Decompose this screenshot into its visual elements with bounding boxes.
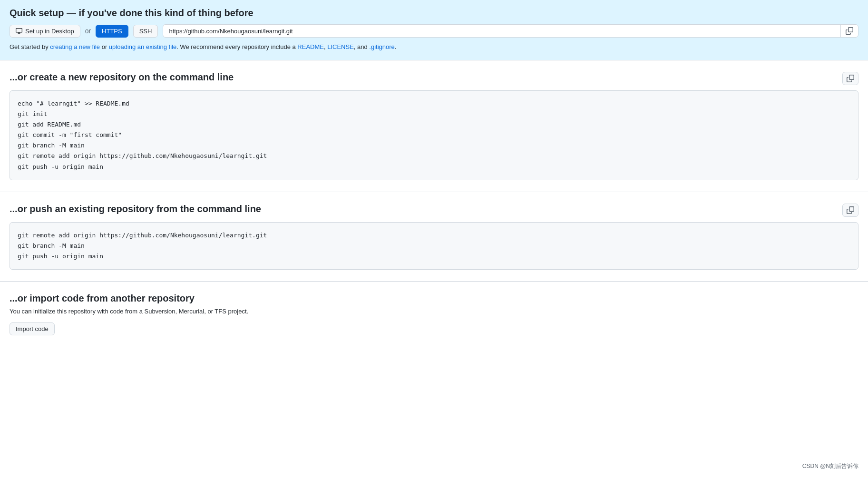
monitor-icon — [16, 28, 22, 34]
push-repo-title: ...or push an existing repository from t… — [10, 204, 858, 215]
create-code-text: echo "# learngit" >> README.md git init … — [18, 98, 850, 172]
copy-icon — [847, 75, 854, 82]
or-separator: or — [85, 27, 91, 35]
gitignore-link[interactable]: .gitignore — [369, 43, 394, 50]
ssh-button[interactable]: SSH — [133, 25, 158, 38]
create-repo-title: ...or create a new repository on the com… — [10, 72, 858, 83]
import-description: You can initialize this repository with … — [10, 308, 858, 315]
uploading-link[interactable]: uploading an existing file — [109, 43, 176, 50]
create-code-block: echo "# learngit" >> README.md git init … — [10, 90, 858, 180]
create-repo-section: ...or create a new repository on the com… — [0, 60, 868, 192]
copy-push-code-button[interactable] — [842, 204, 858, 217]
readme-link[interactable]: README — [297, 43, 324, 50]
copy-icon — [847, 206, 854, 214]
watermark: CSDN @N刻后告诉你 — [802, 462, 858, 470]
repo-url-input[interactable] — [163, 25, 840, 37]
copy-url-button[interactable] — [840, 25, 858, 37]
import-code-button[interactable]: Import code — [10, 322, 55, 335]
copy-create-code-button[interactable] — [842, 72, 858, 85]
push-code-text: git remote add origin https://github.com… — [18, 230, 850, 262]
copy-icon — [846, 27, 853, 35]
import-section: ...or import code from another repositor… — [0, 282, 868, 347]
setup-desktop-button[interactable]: Set up in Desktop — [10, 25, 80, 38]
license-link[interactable]: LICENSE — [327, 43, 354, 50]
quick-setup-section: Quick setup — if you've done this kind o… — [0, 0, 868, 60]
creating-link[interactable]: creating a new file — [50, 43, 100, 50]
quick-setup-title: Quick setup — if you've done this kind o… — [10, 8, 858, 19]
get-started-text: Get started by creating a new file or up… — [10, 43, 858, 50]
import-section-title: ...or import code from another repositor… — [10, 293, 858, 304]
setup-desktop-label: Set up in Desktop — [25, 28, 74, 35]
https-button[interactable]: HTTPS — [96, 25, 128, 38]
push-repo-section: ...or push an existing repository from t… — [0, 192, 868, 282]
url-container — [163, 24, 858, 38]
setup-bar: Set up in Desktop or HTTPS SSH — [10, 24, 858, 38]
push-code-block: git remote add origin https://github.com… — [10, 222, 858, 270]
